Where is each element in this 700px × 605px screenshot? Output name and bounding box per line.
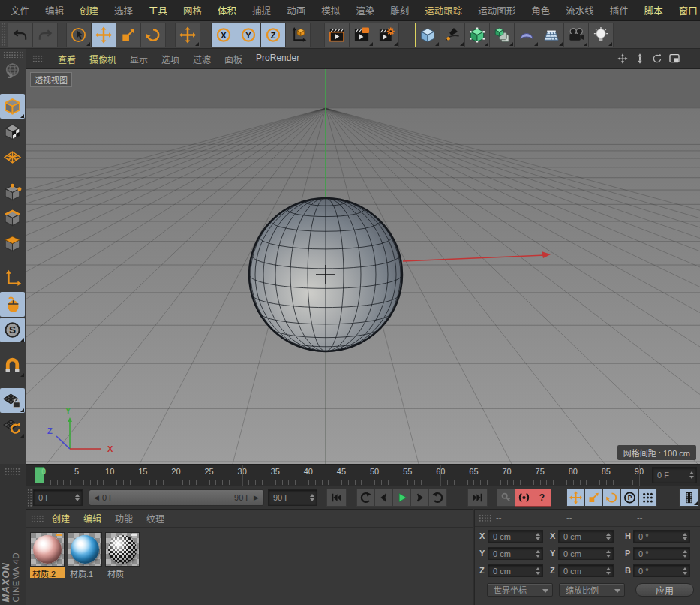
menu-item-插件[interactable]: 插件 (610, 3, 629, 17)
viewport-maximize-icon[interactable] (668, 53, 680, 65)
range-right-arrow-icon[interactable]: ▶ (254, 494, 259, 501)
autokey-button[interactable] (515, 489, 533, 507)
menu-item-角色[interactable]: 角色 (531, 3, 550, 17)
workplane-mode-button[interactable] (0, 145, 25, 170)
coordinates-drag-handle[interactable] (479, 514, 491, 522)
array-generator-button[interactable] (489, 23, 515, 47)
coord-field-0-Y[interactable]: 0 cm (488, 547, 543, 560)
viewport-menu-ProRender[interactable]: ProRender (256, 53, 299, 65)
keyframe-selection-button[interactable]: ? (533, 489, 551, 507)
make-editable-button[interactable] (0, 59, 25, 83)
next-frame-button[interactable] (410, 489, 429, 507)
menu-item-脚本[interactable]: 脚本 (644, 3, 663, 17)
scale-tool[interactable] (116, 23, 141, 47)
menu-item-工具[interactable]: 工具 (149, 3, 167, 17)
menu-item-模拟[interactable]: 模拟 (321, 3, 340, 17)
goto-start-button[interactable] (326, 489, 347, 507)
y-axis-lock[interactable]: Y (236, 23, 261, 47)
menu-item-网格[interactable]: 网格 (183, 3, 202, 17)
coordinate-space-dropdown[interactable]: 世界坐标 (487, 583, 553, 597)
deformer-button[interactable] (514, 23, 539, 47)
coord-stepper[interactable] (683, 567, 687, 575)
transport-drag-handle[interactable] (27, 489, 33, 507)
material-item[interactable]: 材质 (105, 532, 140, 578)
material-item[interactable]: 材质.1 (68, 532, 102, 578)
palette-drag-handle[interactable] (3, 51, 23, 58)
material-menu-编辑[interactable]: 编辑 (83, 512, 101, 525)
material-drag-handle[interactable] (31, 515, 44, 522)
menu-item-运动跟踪[interactable]: 运动跟踪 (425, 3, 462, 17)
material-thumbnail[interactable] (68, 532, 102, 567)
key-pla-toggle[interactable] (638, 489, 657, 507)
viewport-menu-面板[interactable]: 面板 (224, 53, 242, 65)
points-mode-button[interactable] (0, 180, 25, 205)
menu-item-编辑[interactable]: 编辑 (45, 3, 64, 17)
goto-end-button[interactable] (467, 489, 488, 507)
record-keyframe-button[interactable] (497, 489, 515, 507)
coordinate-system-button[interactable] (285, 23, 311, 47)
workplane-orientation-button[interactable] (0, 414, 25, 438)
material-item[interactable]: 材质.2 (30, 532, 65, 578)
menu-item-雕刻[interactable]: 雕刻 (390, 3, 409, 17)
render-view-button[interactable] (324, 23, 350, 47)
menu-item-体积[interactable]: 体积 (218, 3, 236, 17)
range-left-arrow-icon[interactable]: ◀ (94, 494, 99, 501)
previous-frame-button[interactable] (374, 489, 393, 507)
light-button[interactable] (588, 23, 614, 47)
scale-mode-dropdown[interactable]: 缩放比例 (559, 583, 625, 597)
coord-stepper[interactable] (606, 550, 611, 558)
texture-mode-button[interactable] (0, 119, 25, 144)
range-start-field[interactable]: 0 F (33, 489, 83, 506)
render-to-picture-viewer-button[interactable] (349, 23, 374, 47)
viewport-zoom-icon[interactable] (634, 53, 646, 65)
spline-pen-button[interactable] (440, 23, 465, 47)
coord-field-1-Y[interactable]: 0 cm (558, 547, 614, 560)
redo-button[interactable] (32, 23, 58, 47)
subdivision-surface-button[interactable] (464, 23, 490, 47)
snap-settings-button[interactable]: S (0, 318, 25, 342)
z-axis-lock[interactable]: Z (260, 23, 286, 47)
coord-field-0-X[interactable]: 0 cm (488, 530, 543, 543)
coord-field-2-P[interactable]: 0 ° (633, 547, 690, 560)
viewport-menubar-drag-handle[interactable] (32, 55, 44, 62)
move-tool[interactable] (91, 23, 116, 47)
menu-item-运动图形[interactable]: 运动图形 (478, 3, 515, 17)
menu-item-选择[interactable]: 选择 (114, 3, 133, 17)
add-primitive-button[interactable] (415, 23, 440, 47)
viewport-menu-摄像机[interactable]: 摄像机 (89, 53, 116, 65)
tweak-mode-button[interactable] (0, 292, 25, 317)
range-end-field[interactable]: 90 F (268, 489, 317, 506)
material-menu-纹理[interactable]: 纹理 (146, 512, 164, 525)
coord-stepper[interactable] (683, 550, 687, 558)
coord-stepper[interactable] (606, 533, 611, 540)
viewport-menu-过滤[interactable]: 过滤 (193, 53, 211, 65)
material-menu-创建[interactable]: 创建 (52, 512, 70, 525)
environment-floor-button[interactable] (539, 23, 564, 47)
menu-item-创建[interactable]: 创建 (80, 3, 98, 17)
range-end-stepper[interactable] (310, 494, 314, 501)
key-position-toggle[interactable] (566, 489, 585, 507)
menu-item-窗口[interactable]: 窗口 (679, 3, 698, 17)
material-thumbnail[interactable] (30, 532, 65, 567)
current-frame-field[interactable]: 0 F (652, 467, 697, 483)
frame-stepper[interactable] (689, 471, 694, 479)
viewport-menu-查看[interactable]: 查看 (58, 53, 76, 65)
branding-drag-handle[interactable] (5, 468, 21, 475)
coord-field-1-X[interactable]: 0 cm (558, 530, 614, 543)
coord-stepper[interactable] (536, 533, 540, 540)
menu-item-捕捉[interactable]: 捕捉 (252, 3, 271, 17)
key-rotation-toggle[interactable] (602, 489, 621, 507)
coord-stepper[interactable] (536, 550, 540, 558)
coord-stepper[interactable] (606, 567, 611, 575)
rotate-tool[interactable] (140, 23, 166, 47)
key-scale-toggle[interactable] (584, 489, 603, 507)
previous-key-button[interactable] (356, 489, 375, 507)
viewport-3d-canvas[interactable]: YZX 透视视图 网格间距 : 100 cm (26, 69, 700, 464)
range-start-stepper[interactable] (75, 494, 80, 501)
coord-stepper[interactable] (683, 533, 687, 540)
viewport-menu-选项[interactable]: 选项 (161, 53, 179, 65)
render-settings-button[interactable] (374, 23, 399, 47)
menu-item-流水线[interactable]: 流水线 (566, 3, 594, 17)
viewport-menu-显示[interactable]: 显示 (130, 53, 148, 65)
last-used-tool[interactable] (175, 23, 200, 47)
